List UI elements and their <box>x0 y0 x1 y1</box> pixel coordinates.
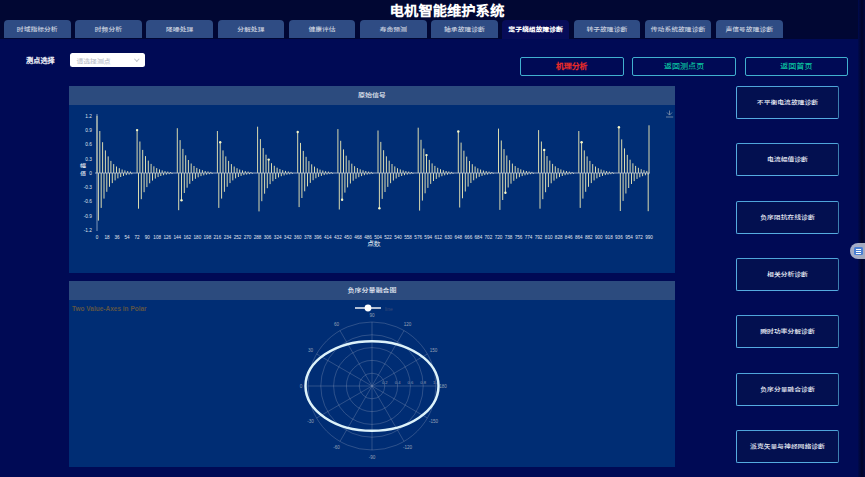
svg-text:60: 60 <box>334 322 340 327</box>
svg-text:0: 0 <box>300 384 303 389</box>
svg-text:0.2: 0.2 <box>382 380 388 385</box>
svg-text:120: 120 <box>404 322 412 327</box>
svg-text:-90: -90 <box>369 455 376 460</box>
svg-text:-150: -150 <box>429 419 439 424</box>
svg-text:line: line <box>385 306 393 312</box>
svg-text:Two Value-Axes in Polar: Two Value-Axes in Polar <box>72 305 147 312</box>
svg-text:-120: -120 <box>403 445 413 450</box>
svg-text:0.4: 0.4 <box>395 380 401 385</box>
svg-text:-60: -60 <box>333 445 340 450</box>
svg-text:0.6: 0.6 <box>407 380 413 385</box>
svg-text:150: 150 <box>430 348 438 353</box>
svg-text:180: 180 <box>439 384 447 389</box>
svg-text:0.8: 0.8 <box>420 380 426 385</box>
svg-text:90: 90 <box>369 313 375 318</box>
svg-text:30: 30 <box>308 348 314 353</box>
svg-text:-30: -30 <box>307 419 314 424</box>
